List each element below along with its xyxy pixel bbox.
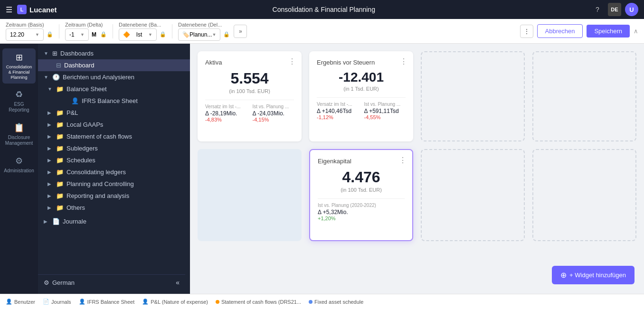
- consolidating-folder-icon: 📁: [56, 169, 64, 176]
- others-folder-icon: 📁: [56, 204, 64, 211]
- datenebene-ba-select[interactable]: 🔶 Ist ▼: [119, 28, 157, 41]
- pl-chevron: ▶: [47, 110, 53, 115]
- statement-cf-dot: [216, 300, 219, 304]
- user-avatar[interactable]: U: [625, 3, 638, 16]
- bottom-tab-ifrs[interactable]: 👤 IFRS Balance Sheet: [79, 299, 135, 305]
- journale-item[interactable]: ▶ 📄 Journale: [38, 215, 190, 227]
- expand-button[interactable]: »: [234, 25, 247, 38]
- collapse-toolbar-icon[interactable]: ∧: [634, 28, 638, 35]
- disclosure-label: DisclosureManagement: [5, 135, 33, 146]
- dashboard-item[interactable]: ⊟ Dashboard: [38, 59, 190, 71]
- admin-icon: ⚙: [15, 156, 23, 166]
- eigenkapital-widget: Eigenkapital ⋮ 4.476 (in 100 Tsd. EUR) I…: [309, 149, 413, 241]
- bottom-tab-fixed-asset[interactable]: Fixed asset schedule: [309, 299, 363, 305]
- reporting-folder-icon: 📁: [56, 192, 64, 199]
- schedules-chevron: ▶: [47, 158, 53, 163]
- planning-label: Planning and Controlling: [66, 180, 134, 187]
- sidebar-item-esg[interactable]: ♻ ESG Reporting: [2, 85, 36, 117]
- zeitraum-delta-row: -1 ▼ M 🔒: [65, 28, 107, 41]
- ergebnis-stat2-pct: -4,55%: [364, 114, 406, 120]
- pl-item[interactable]: ▶ 📁 P&L: [38, 107, 190, 119]
- eigenkapital-stats: Ist vs. Planung (2020-2022) Δ +5,32Mio. …: [318, 203, 405, 221]
- dashboards-section[interactable]: ▼ ⊞ Dashboards: [38, 47, 190, 59]
- add-widget-label: + Widget hinzufügen: [569, 272, 626, 279]
- bottom-tab-journals[interactable]: 📄 Journals: [43, 299, 71, 305]
- sidebar-item-admin[interactable]: ⚙ Administration: [2, 152, 36, 178]
- ifrs-balance-sheet-item[interactable]: 👤 IFRS Balance Sheet: [38, 95, 190, 107]
- statement-item[interactable]: ▶ 📁 Statement of cash flows: [38, 131, 190, 142]
- ergebnis-more-button[interactable]: ⋮: [400, 57, 407, 66]
- help-icon[interactable]: ?: [591, 3, 604, 16]
- balance-sheet-label: Balance Sheet: [66, 85, 107, 93]
- consolidating-item[interactable]: ▶ 📁 Consolidating ledgers: [38, 166, 190, 178]
- toolbar: Zeitraum (Basis) 12.20 ▼ 🔒 Zeitraum (Del…: [0, 19, 644, 44]
- reporting-label: Reporting and analysis: [66, 192, 129, 199]
- datenebene-del-select[interactable]: 🏷️ Planun... ▼: [178, 28, 220, 41]
- datenebene-del-label: Datenebene (Del...: [178, 22, 230, 28]
- empty-cell-3: [198, 149, 302, 241]
- collapse-sidebar-button[interactable]: «: [176, 279, 180, 286]
- others-chevron: ▶: [47, 205, 53, 210]
- balance-sheet-item[interactable]: ▼ 📁 Balance Sheet: [38, 83, 190, 95]
- ifrs-tab-label: IFRS Balance Sheet: [87, 299, 135, 305]
- sidebar-item-disclosure[interactable]: 📋 DisclosureManagement: [2, 119, 36, 150]
- abbrechen-button[interactable]: Abbrechen: [537, 24, 583, 38]
- more-options-button[interactable]: ⋮: [520, 25, 533, 38]
- hamburger-menu[interactable]: ☰: [6, 5, 12, 14]
- separator-3: [172, 24, 172, 38]
- empty-cell-5: [532, 149, 636, 241]
- separator-1: [59, 24, 59, 38]
- bottom-bar: 👤 Benutzer 📄 Journals 👤 IFRS Balance She…: [0, 294, 644, 309]
- language-row: ⚙ German «: [38, 274, 185, 290]
- zeitraum-delta-arrow: ▼: [80, 32, 85, 37]
- journale-label: Journale: [63, 218, 86, 225]
- german-button[interactable]: ⚙ German: [44, 279, 75, 286]
- datenebene-del-group: Datenebene (Del... 🏷️ Planun... ▼ 🔒: [178, 22, 230, 41]
- aktiva-stat2: Ist vs. Planung ... Δ -24,03Mio. -4,15%: [253, 104, 294, 122]
- eigenkapital-more-button[interactable]: ⋮: [399, 156, 407, 165]
- statement-cf-label: Statement of cash flows (DRS21...: [221, 299, 301, 305]
- sidebar-item-consolidation[interactable]: ⊞ Consolidation& FinancialPlanning: [2, 48, 36, 84]
- zeitraum-basis-lock[interactable]: 🔒: [47, 31, 53, 37]
- ifrs-label: IFRS Balance Sheet: [82, 97, 138, 104]
- main-layout: ⊞ Consolidation& FinancialPlanning ♻ ESG…: [0, 44, 644, 294]
- reporting-item[interactable]: ▶ 📁 Reporting and analysis: [38, 190, 190, 202]
- aktiva-divider: [205, 100, 294, 100]
- aktiva-stat1: Versatz im Ist -... Δ -28,19Mio. -4,83%: [205, 104, 247, 122]
- datenebene-del-lock[interactable]: 🔒: [223, 31, 230, 37]
- others-item[interactable]: ▶ 📁 Others: [38, 202, 190, 214]
- datenebene-ba-lock[interactable]: 🔒: [160, 31, 166, 37]
- pl-label: P&L: [66, 109, 78, 116]
- subledgers-item[interactable]: ▶ 📁 Subledgers: [38, 142, 190, 154]
- ergebnis-divider: [317, 97, 406, 98]
- local-gaaps-item[interactable]: ▶ 📁 Local GAAPs: [38, 119, 190, 131]
- language-badge[interactable]: DE: [608, 3, 621, 16]
- bottom-tab-benutzer[interactable]: 👤 Benutzer: [6, 299, 35, 305]
- schedules-item[interactable]: ▶ 📁 Schedules: [38, 154, 190, 166]
- others-label: Others: [66, 204, 85, 211]
- zeitraum-delta-m: M: [91, 31, 97, 38]
- zeitraum-delta-lock[interactable]: 🔒: [100, 31, 107, 37]
- eigenkapital-stat1: Ist vs. Planung (2020-2022) Δ +5,32Mio. …: [318, 203, 405, 221]
- speichern-button[interactable]: Speichern: [587, 25, 630, 37]
- page-title: Consolidation & Financial Planning: [62, 6, 586, 13]
- bottom-tab-pl[interactable]: 👤 P&L (Nature of expense): [142, 299, 208, 305]
- berichten-section[interactable]: ▼ 🕐 Berichten und Analysieren: [38, 71, 190, 83]
- settings-icon: ⚙: [44, 279, 49, 286]
- planning-item[interactable]: ▶ 📁 Planning and Controlling: [38, 178, 190, 190]
- bottom-tab-statement-cf[interactable]: Statement of cash flows (DRS21...: [216, 299, 301, 305]
- zeitraum-basis-label: Zeitraum (Basis): [6, 22, 53, 28]
- add-widget-button[interactable]: ⊕ + Widget hinzufügen: [552, 266, 635, 284]
- eigenkapital-value: 4.476: [318, 169, 405, 186]
- berichten-chevron: ▼: [44, 75, 49, 80]
- datenebene-ba-label: Datenebene (Ba...: [119, 22, 166, 28]
- local-gaaps-chevron: ▶: [47, 122, 53, 127]
- ergebnis-stat2: Ist vs. Planung ... Δ +591,11Tsd -4,55%: [364, 102, 406, 120]
- esg-icon: ♻: [15, 89, 23, 100]
- aktiva-stat2-pct: -4,15%: [253, 117, 294, 122]
- aktiva-more-button[interactable]: ⋮: [288, 57, 296, 66]
- dashboards-chevron: ▼: [44, 51, 49, 56]
- zeitraum-delta-select[interactable]: -1 ▼: [65, 28, 89, 41]
- zeitraum-delta-group: Zeitraum (Delta) -1 ▼ M 🔒: [65, 22, 107, 41]
- zeitraum-basis-select[interactable]: 12.20 ▼: [6, 28, 44, 41]
